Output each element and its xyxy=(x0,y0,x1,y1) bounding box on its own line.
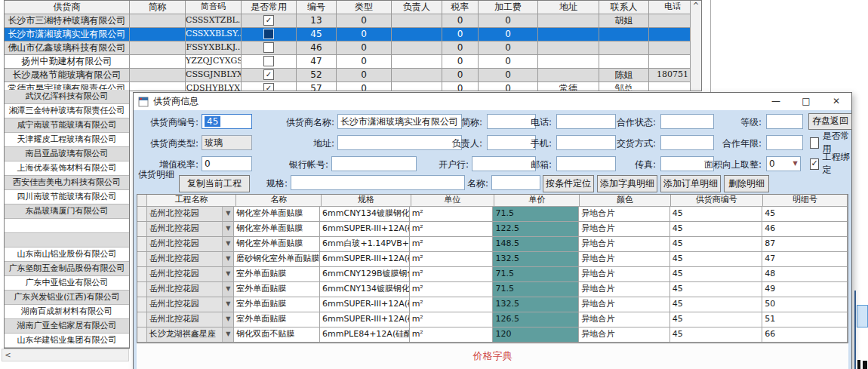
col-code[interactable]: 简音码 xyxy=(186,1,242,14)
cell-project[interactable]: 岳州北控花园▼ xyxy=(147,267,235,281)
detail-row[interactable]: 岳州北控花园▼ 室外单面贴膜 6mmSUPER-III+12A(硅... m² … xyxy=(137,312,848,327)
list-item[interactable]: 湘潭三金特种玻璃有限责任公司 xyxy=(5,104,129,118)
detail-row[interactable]: 岳州北控花园▼ 钢化室外单面贴膜 6mmSUPER-III+12A(硅... m… xyxy=(137,222,848,237)
cell-abbr[interactable] xyxy=(130,14,186,27)
bank-account-field[interactable] xyxy=(331,156,417,171)
row-header[interactable] xyxy=(137,207,147,221)
cell-detail-no[interactable]: 50 xyxy=(762,297,848,312)
cell-owner[interactable] xyxy=(392,14,442,27)
list-item[interactable] xyxy=(5,233,129,248)
list-item[interactable]: 山东南山铝业股份有限公司 xyxy=(5,248,129,262)
col-abbr[interactable]: 简称 xyxy=(130,1,186,14)
checkbox[interactable]: ✓ xyxy=(810,158,819,170)
col-unit[interactable]: 单位 xyxy=(411,195,494,206)
cell-tax[interactable]: 0 xyxy=(442,42,479,54)
cell-abbr[interactable] xyxy=(130,55,186,68)
cell-detail-no[interactable]: 66 xyxy=(762,327,848,342)
checkbox[interactable]: ✓ xyxy=(263,15,274,26)
cell-supplier-no[interactable]: 45 xyxy=(670,207,762,221)
horizontal-scrollbar[interactable]: < xyxy=(2,349,129,361)
cell-supplier-no[interactable]: 45 xyxy=(670,267,762,281)
cell-common[interactable] xyxy=(242,55,297,68)
cell-price[interactable]: 132.5 xyxy=(493,252,579,266)
cell-owner[interactable] xyxy=(392,42,442,54)
cell-fee[interactable]: 0 xyxy=(479,69,538,81)
row-header[interactable] xyxy=(137,222,147,236)
cell-unit[interactable]: m² xyxy=(410,312,494,327)
detail-row[interactable]: 岳州北控花园▼ 钢化室外单面贴膜 6mm白玻+1.14PVB+6mm... m²… xyxy=(137,237,848,252)
cell-contact[interactable]: 邹总 xyxy=(599,82,649,91)
cell-type[interactable]: 0 xyxy=(337,69,392,81)
cell-supplier-no[interactable]: 45 xyxy=(670,297,762,312)
cell-code[interactable]: YZZQJCYXGS xyxy=(186,55,242,68)
detail-row[interactable]: 长沙龙湖祺鑫星座▼ 钢化双面不贴膜 6mmPLE84+12A(硅酮胶... m²… xyxy=(137,327,848,343)
grade-field[interactable] xyxy=(766,114,803,129)
cell-color[interactable]: 异地合片 xyxy=(579,267,670,281)
add-dictionary-button[interactable]: 添加字典明细 xyxy=(597,175,657,192)
list-item[interactable]: 天津耀皮工程玻璃有限公司 xyxy=(5,133,129,147)
col-price[interactable]: 单价 xyxy=(494,195,580,206)
cell-name[interactable]: 钢化双面不贴膜 xyxy=(234,327,320,342)
row-header[interactable] xyxy=(137,312,147,327)
checkbox[interactable] xyxy=(263,56,274,66)
detail-row[interactable]: 岳州北控花园▼ 磨砂钢化室外单面贴膜 6mmSUPER-III+12A(硅...… xyxy=(137,252,848,267)
cell-name[interactable]: 钢化室外单面贴膜 xyxy=(234,222,320,236)
col-fee[interactable]: 加工费 xyxy=(479,1,538,14)
cell-detail-no[interactable]: 49 xyxy=(762,282,848,297)
col-tax[interactable]: 税率 xyxy=(442,1,479,14)
cell-address[interactable] xyxy=(538,28,599,41)
cell-spec[interactable]: 6mmSUPER-III+12A(硅... xyxy=(320,312,410,327)
cell-type[interactable]: 0 xyxy=(337,55,392,68)
cell-project[interactable]: 岳州北控花园▼ xyxy=(147,282,235,297)
cell-supplier-no[interactable]: 45 xyxy=(670,327,762,342)
cell-abbr[interactable] xyxy=(130,42,186,54)
checkbox[interactable]: ✓ xyxy=(263,69,274,80)
cell-project[interactable]: 岳州北控花园▼ xyxy=(147,237,235,251)
cell-detail-no[interactable]: 51 xyxy=(762,312,848,327)
list-item[interactable]: 广东兴发铝业(江西)有限公司 xyxy=(5,291,129,305)
checkbox[interactable] xyxy=(263,42,274,53)
cell-project[interactable]: 岳州北控花园▼ xyxy=(147,222,235,236)
cell-unit[interactable]: m² xyxy=(410,267,494,281)
cell-unit[interactable]: m² xyxy=(410,297,494,312)
cell-price[interactable]: 71.5 xyxy=(493,267,579,281)
cell-color[interactable]: 异地合片 xyxy=(579,312,670,327)
list-item[interactable]: 上海优泰装饰材料有限公司 xyxy=(5,161,129,176)
cell-abbr[interactable] xyxy=(130,69,186,81)
spec-filter-input[interactable] xyxy=(291,175,465,190)
maximize-icon[interactable]: □ xyxy=(791,93,821,110)
list-item[interactable]: 咸宁南玻节能玻璃有限公司 xyxy=(5,118,129,133)
cell-fee[interactable]: 0 xyxy=(479,82,538,91)
combo-arrow-icon[interactable]: ▼ xyxy=(222,267,233,281)
detail-row[interactable]: 岳州北控花园▼ 钢化室外单面贴膜 6mmCNY134镀膜钢化 m² 71.5 异… xyxy=(137,207,848,222)
cell-number[interactable]: 47 xyxy=(297,55,337,68)
col-address[interactable]: 地址 xyxy=(538,1,599,14)
scroll-up-icon[interactable]: ^ xyxy=(691,1,701,12)
cell-tax[interactable]: 0 xyxy=(442,82,479,91)
cell-number[interactable]: 45 xyxy=(297,28,337,41)
col-supplier[interactable]: 供货商 xyxy=(5,1,130,14)
cell-project[interactable]: 岳州北控花园▼ xyxy=(147,252,235,266)
locate-button[interactable]: 按条件定位 xyxy=(543,175,594,192)
background-scrollbar-thumb[interactable] xyxy=(857,305,868,327)
coop-status-field[interactable] xyxy=(660,114,714,129)
cell-spec[interactable]: 6mm白玻+1.14PVB+6mm... xyxy=(320,237,410,251)
list-item[interactable]: 广东中亚铝业有限公司 xyxy=(5,276,129,291)
combo-arrow-icon[interactable]: ▼ xyxy=(222,297,233,312)
list-item[interactable] xyxy=(5,219,129,233)
cell-color[interactable]: 异地合片 xyxy=(579,222,670,236)
chevron-down-icon[interactable]: ▼ xyxy=(790,157,800,171)
cell-spec[interactable]: 6mmSUPER-III+12A(硅... xyxy=(320,222,410,236)
cell-owner[interactable] xyxy=(392,82,442,91)
vertical-scrollbar[interactable]: ^ xyxy=(690,1,701,91)
supplier-row-4[interactable]: 扬州中勤建材有限公司 YZZQJCYXGS 47 0 0 0 xyxy=(5,55,701,69)
row-header[interactable] xyxy=(137,297,147,312)
cell-name[interactable]: 室外单面贴膜 xyxy=(234,312,320,327)
delivery-field[interactable] xyxy=(660,135,714,150)
list-item[interactable]: 湖南百成新材料有限公司 xyxy=(5,305,129,319)
cell-color[interactable]: 异地合片 xyxy=(579,282,670,297)
scroll-left-icon[interactable]: < xyxy=(2,350,14,360)
cell-unit[interactable]: m² xyxy=(410,207,494,221)
list-item[interactable]: 南昌亚晶玻璃有限公司 xyxy=(5,147,129,161)
save-return-button[interactable]: 存盘返回 xyxy=(808,113,852,130)
